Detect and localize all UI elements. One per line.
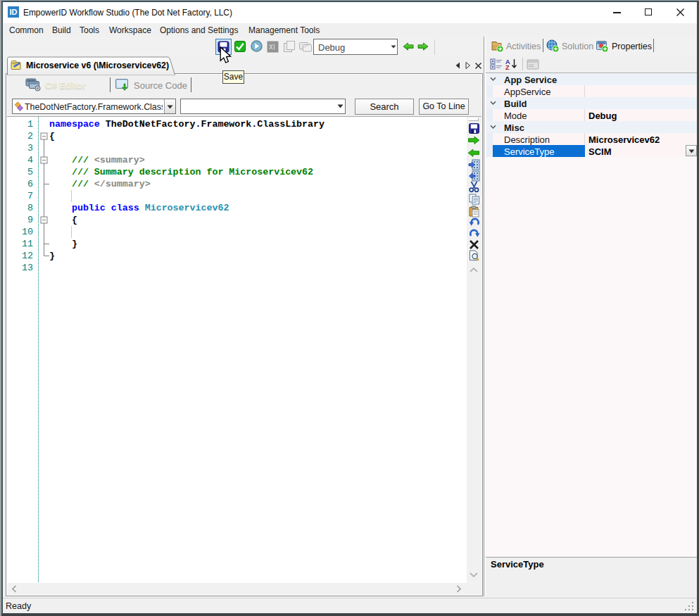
svg-text:Z: Z <box>505 64 510 70</box>
